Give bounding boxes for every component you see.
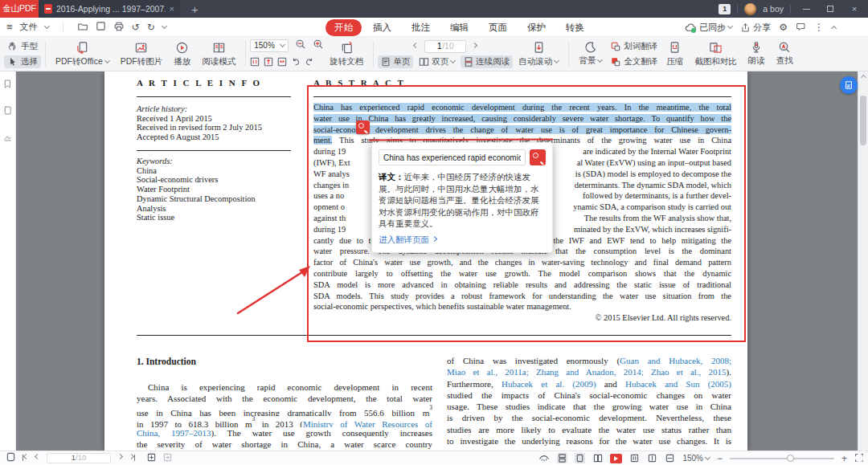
menu-tab-页面[interactable]: 页面	[480, 19, 516, 36]
file-menu[interactable]: 文件	[20, 21, 38, 33]
sync-status[interactable]: 已同步	[685, 22, 732, 34]
zoom-out-button[interactable]	[295, 39, 306, 53]
next-page-icon[interactable]	[472, 42, 477, 47]
play-button[interactable]: 播放	[168, 39, 196, 69]
zoom-level-input[interactable]: 150%	[250, 39, 289, 52]
actual-size-button[interactable]	[629, 453, 640, 463]
citation-link[interactable]: Hubacek et al. (2009)	[502, 379, 596, 389]
statusbar-page-input[interactable]: 1/10	[47, 453, 111, 463]
hand-tool-button[interactable]: 手型	[4, 40, 41, 53]
actual-size-button[interactable]	[250, 55, 260, 70]
open-file-button[interactable]	[77, 21, 88, 34]
extract-page-icon[interactable]	[163, 453, 172, 463]
selection-search-button[interactable]	[356, 120, 370, 134]
convert-floating-button[interactable]	[840, 76, 858, 94]
hamburger-icon[interactable]: ≡	[6, 21, 13, 33]
user-avatar[interactable]	[744, 3, 756, 15]
notification-badge[interactable]: 1	[719, 4, 731, 14]
citation-link[interactable]: Hubacek and Sun (2005)	[625, 379, 731, 389]
tab-close-icon[interactable]: ×	[170, 5, 174, 14]
page-panel-icon[interactable]	[6, 452, 15, 463]
full-translate-button[interactable]: 全文翻译	[608, 55, 661, 68]
autoplay-button[interactable]	[610, 454, 622, 463]
zoom-slider[interactable]	[730, 458, 834, 459]
page-number-input[interactable]: 1/10	[424, 40, 466, 53]
rotate-document-button[interactable]: 旋转文档	[324, 39, 369, 69]
word-translate-button[interactable]: 划词翻译	[608, 40, 661, 53]
first-page-button[interactable]	[23, 455, 28, 461]
compress-button[interactable]: 压缩	[661, 39, 689, 69]
citation-link[interactable]: Ministry of Water Resources of	[303, 419, 432, 428]
double-page-mode-button[interactable]: 双页	[416, 55, 458, 68]
screenshot-compare-button[interactable]: 截图和对比	[689, 39, 743, 69]
single-page-view-button[interactable]	[575, 453, 585, 463]
menu-tab-插入[interactable]: 插入	[364, 19, 400, 36]
continuous-view-button[interactable]	[557, 453, 567, 463]
reading-mode-button[interactable]: 阅读模式	[196, 39, 241, 69]
fit-page-button[interactable]	[264, 55, 273, 70]
zoom-slider-handle[interactable]	[787, 455, 794, 462]
next-page-button[interactable]	[117, 454, 123, 459]
popup-search-button[interactable]	[530, 149, 546, 165]
double-page-view-button[interactable]	[592, 453, 603, 463]
undo-icon[interactable]: ↺	[132, 22, 140, 33]
fit-page-button[interactable]	[647, 453, 657, 463]
minimize-button[interactable]	[797, 0, 815, 18]
maximize-button[interactable]	[821, 0, 839, 18]
insert-page-icon[interactable]	[147, 453, 156, 463]
document-tab[interactable]: 2016-Applying ... 1997–2007.pdf ×	[39, 0, 180, 18]
pdf-to-office-button[interactable]: PDF转Office	[50, 39, 115, 69]
statusbar-zoom-select[interactable]: 150%	[682, 454, 710, 463]
zoom-out-button[interactable]: −	[717, 453, 723, 464]
more-menu-icon[interactable]: ⋮	[814, 22, 824, 33]
feedback-comment-icon[interactable]	[796, 22, 806, 34]
last-page-button[interactable]	[129, 455, 135, 461]
new-tab-button[interactable]: +	[191, 2, 199, 16]
continuous-mode-button[interactable]: 连续阅读	[461, 55, 513, 68]
background-button[interactable]: 背景	[573, 39, 608, 68]
citation-link[interactable]: China, 1997–2013	[137, 428, 211, 438]
menu-tab-保护[interactable]: 保护	[518, 19, 555, 36]
share-button[interactable]: 分享	[740, 22, 771, 34]
citation-link[interactable]: Miao et al., 2011a; Zhang and Anadon, 20…	[447, 367, 727, 377]
menu-tab-开始[interactable]: 开始	[326, 19, 362, 36]
scroll-up-icon[interactable]	[861, 75, 866, 80]
annotation-icon[interactable]	[2, 131, 13, 145]
open-translation-page-link[interactable]: 进入翻译页面	[379, 235, 546, 246]
menu-tab-编辑[interactable]: 编辑	[441, 19, 477, 36]
save-button[interactable]	[96, 21, 106, 33]
find-button[interactable]: 查找	[771, 39, 799, 68]
user-name[interactable]: a boy	[763, 4, 784, 14]
collapse-ribbon-icon[interactable]	[831, 25, 837, 31]
translation-query-input[interactable]	[379, 149, 526, 165]
chevron-down-icon[interactable]	[44, 22, 50, 28]
zoom-in-button[interactable]	[313, 39, 324, 53]
bookmarks-icon[interactable]	[2, 78, 13, 92]
settings-gear-icon[interactable]: ⚙	[779, 22, 788, 33]
scrollbar-thumb[interactable]	[860, 96, 866, 145]
select-tool-button[interactable]: 选择	[4, 55, 41, 68]
menu-tab-转换[interactable]: 转换	[557, 19, 593, 36]
close-button[interactable]: ×	[845, 0, 863, 18]
more-actions-chevron-icon[interactable]	[162, 22, 167, 28]
single-page-mode-button[interactable]: 单页	[378, 55, 413, 68]
previous-page-icon[interactable]	[413, 42, 419, 47]
previous-page-button[interactable]	[35, 454, 40, 459]
thumbnails-icon[interactable]	[2, 104, 13, 119]
app-logo[interactable]: 金山PDF	[0, 0, 39, 18]
fit-width-button[interactable]	[665, 453, 675, 463]
pdf-to-image-button[interactable]: PDF转图片	[115, 39, 169, 69]
redo-icon[interactable]: ↻	[147, 22, 155, 33]
fullscreen-icon[interactable]	[854, 453, 863, 463]
vertical-scrollbar[interactable]	[858, 71, 868, 451]
zoom-in-button[interactable]: +	[841, 453, 847, 464]
read-aloud-button[interactable]: 朗读	[743, 39, 771, 68]
print-button[interactable]	[113, 21, 125, 34]
eye-protection-icon[interactable]	[538, 453, 550, 464]
rotate-left-button[interactable]	[291, 55, 301, 70]
menu-tab-批注[interactable]: 批注	[403, 19, 439, 36]
auto-scroll-button[interactable]: 自动滚动	[513, 39, 564, 69]
rotate-right-button[interactable]	[305, 55, 314, 70]
citation-link[interactable]: Guan and Hubacek, 2008;	[620, 356, 731, 365]
fit-width-button[interactable]	[277, 55, 287, 70]
